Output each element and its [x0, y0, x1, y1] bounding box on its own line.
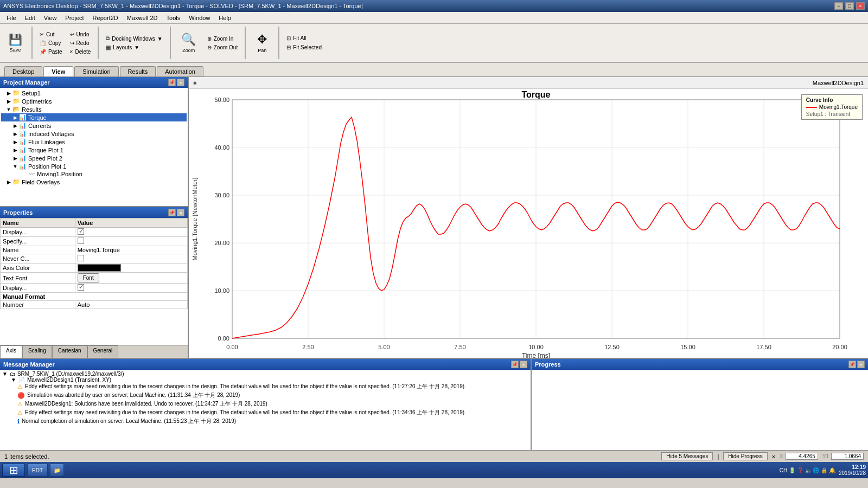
paste-button[interactable]: 📌 Paste: [37, 48, 65, 56]
maximize-btn[interactable]: □: [845, 2, 854, 10]
toggle-results[interactable]: ▼: [5, 107, 12, 112]
col-name: Name: [1, 219, 75, 228]
minimize-btn[interactable]: −: [834, 2, 843, 10]
prop-display1[interactable]: Display...: [1, 228, 188, 237]
toggle-torque-plot1[interactable]: ▶: [12, 147, 18, 153]
tree-results[interactable]: ▼ 📂 Results: [1, 105, 187, 113]
tab-automation[interactable]: Automation: [157, 66, 203, 76]
pm-pin-btn[interactable]: 📌: [168, 79, 176, 86]
tree-setup1[interactable]: ▶ 📁 Setup1: [1, 89, 187, 97]
menu-window[interactable]: Window: [184, 14, 214, 22]
prop-axis-color[interactable]: Axis Color: [1, 264, 188, 273]
close-btn[interactable]: ×: [856, 2, 865, 10]
menu-project[interactable]: Project: [61, 14, 88, 22]
props-tab-axis[interactable]: Axis: [0, 345, 22, 358]
menu-edit[interactable]: Edit: [21, 14, 40, 22]
hide-messages-btn[interactable]: Hide 5 Messages: [661, 452, 713, 460]
save-button[interactable]: 💾 Save: [3, 28, 27, 58]
toggle-currents[interactable]: ▶: [12, 123, 18, 129]
props-close-btn[interactable]: ×: [177, 209, 184, 216]
tab-desktop[interactable]: Desktop: [4, 66, 42, 76]
prop-specify[interactable]: Specify...: [1, 237, 188, 246]
cut-button[interactable]: ✂ Cut: [37, 30, 65, 38]
window-controls[interactable]: − □ ×: [834, 2, 865, 10]
pan-button[interactable]: ✥ Pan: [250, 28, 274, 58]
toggle-speed-plot2[interactable]: ▶: [12, 156, 18, 161]
progress-controls[interactable]: 📌 ×: [848, 361, 865, 368]
menu-maxwell2d[interactable]: Maxwell 2D: [123, 14, 162, 22]
props-pin-btn[interactable]: 📌: [168, 209, 176, 216]
zoom-in-button[interactable]: ⊕ Zoom In: [205, 35, 240, 43]
tab-results[interactable]: Results: [120, 66, 156, 76]
taskbar: ⊞ EDT 📁 CH 🔋 ❓ 🔈 🌐 🔒 🔔 12:19 2019/10/28: [0, 462, 868, 478]
properties-controls[interactable]: 📌 ×: [168, 209, 184, 216]
tree-currents[interactable]: ▶ 📊 Currents: [1, 121, 187, 130]
tree-position-plot1[interactable]: ▼ 📊 Position Plot 1: [1, 162, 187, 170]
tree-induced-voltages[interactable]: ▶ 📊 Induced Voltages: [1, 130, 187, 138]
toggle-position-plot1[interactable]: ▼: [12, 164, 18, 169]
props-tab-general[interactable]: General: [87, 345, 119, 358]
msg-tree-root[interactable]: ▼ 🗂 SRM_7.5KW_1 (D:/maxwell19.2/maxwell/…: [2, 371, 528, 377]
layouts-button[interactable]: ▦ Layouts ▼: [103, 43, 165, 52]
folder-icon-field: 📁: [12, 178, 21, 185]
undo-button[interactable]: ↩ Undo: [67, 30, 94, 38]
toggle-setup1[interactable]: ▶: [5, 91, 12, 96]
never-checkbox[interactable]: [78, 255, 84, 261]
start-button[interactable]: ⊞: [2, 464, 25, 477]
curve-legend-item: Moving1.Torque: [806, 104, 858, 110]
tree-moving1-position[interactable]: 〰 Moving1.Position: [1, 170, 187, 178]
copy-button[interactable]: 📋 Copy: [37, 39, 65, 47]
hide-progress-btn[interactable]: Hide Progress: [723, 452, 767, 460]
prog-pin-btn[interactable]: 📌: [848, 361, 856, 368]
tree-torque[interactable]: ▶ 📊 Torque: [1, 113, 187, 121]
tree-flux-linkages[interactable]: ▶ 📊 Flux Linkages: [1, 138, 187, 146]
svg-text:15.00: 15.00: [680, 344, 695, 350]
fit-selected-button[interactable]: ⊟ Fit Selected: [284, 43, 324, 52]
plot-icon-torqueplot: 📊: [18, 146, 27, 153]
menu-view[interactable]: View: [40, 14, 61, 22]
project-manager-controls[interactable]: 📌 ×: [168, 79, 184, 86]
specify-checkbox[interactable]: [78, 237, 84, 244]
msg-4: ⚠ Eddy effect settings may need revisiti…: [2, 409, 528, 416]
tree-speed-plot2[interactable]: ▶ 📊 Speed Plot 2: [1, 154, 187, 162]
font-button[interactable]: Font: [78, 273, 99, 282]
svg-text:10.00: 10.00: [528, 344, 544, 350]
props-tab-cartesian[interactable]: Cartesian: [52, 345, 87, 358]
prop-display2[interactable]: Display...: [1, 284, 188, 293]
fit-all-button[interactable]: ⊡ Fit All: [284, 34, 324, 42]
toggle-flux-linkages[interactable]: ▶: [12, 139, 18, 145]
menu-report2d[interactable]: Report2D: [88, 14, 123, 22]
display2-checkbox[interactable]: [78, 284, 84, 291]
toggle-torque[interactable]: ▶: [12, 115, 18, 120]
prop-text-font[interactable]: Text Font Font: [1, 273, 188, 284]
menu-tools[interactable]: Tools: [162, 14, 185, 22]
menu-file[interactable]: File: [2, 14, 21, 22]
msg-tree-sub[interactable]: ▼ 📄 Maxwell2DDesign1 (Transient, XY): [2, 377, 528, 383]
zoom-button[interactable]: 🔍 Zoom: [175, 28, 202, 58]
fit-all-icon: ⊡: [286, 35, 291, 41]
pm-close-btn[interactable]: ×: [177, 79, 184, 86]
toggle-field-overlays[interactable]: ▶: [5, 179, 12, 185]
axis-color-swatch[interactable]: [78, 264, 121, 272]
delete-button[interactable]: × Delete: [67, 48, 94, 56]
tree-torque-plot1[interactable]: ▶ 📊 Torque Plot 1: [1, 146, 187, 154]
prop-never[interactable]: Never C...: [1, 254, 188, 264]
docking-windows-button[interactable]: ⧉ Docking Windows ▼: [103, 34, 165, 43]
zoom-out-button[interactable]: ⊖ Zoom Out: [205, 43, 240, 52]
taskbar-explorer-btn[interactable]: 📁: [50, 464, 64, 477]
tab-simulation[interactable]: Simulation: [74, 66, 118, 76]
redo-button[interactable]: ↪ Redo: [67, 39, 94, 47]
toggle-induced-voltages[interactable]: ▶: [12, 131, 18, 137]
props-tab-scaling[interactable]: Scaling: [22, 345, 52, 358]
prog-close-btn[interactable]: ×: [857, 361, 865, 368]
menu-help[interactable]: Help: [214, 14, 235, 22]
toggle-optimetrics[interactable]: ▶: [5, 99, 12, 104]
display-checkbox[interactable]: [78, 228, 84, 235]
tab-view[interactable]: View: [43, 66, 73, 76]
message-manager-controls[interactable]: 📌 ×: [511, 361, 527, 368]
tree-optimetrics[interactable]: ▶ 📁 Optimetrics: [1, 97, 187, 105]
mm-close-btn[interactable]: ×: [520, 361, 527, 368]
tree-field-overlays[interactable]: ▶ 📁 Field Overlays: [1, 178, 187, 186]
mm-pin-btn[interactable]: 📌: [511, 361, 519, 368]
taskbar-edt-btn[interactable]: EDT: [27, 464, 48, 477]
